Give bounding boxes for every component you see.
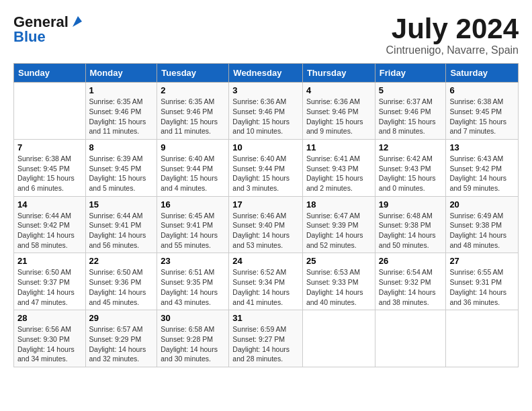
day-number: 28 [17, 313, 82, 323]
calendar-cell: 8Sunrise: 6:39 AM Sunset: 9:45 PM Daylig… [85, 139, 157, 196]
logo-arrow-icon [70, 15, 85, 30]
svg-marker-0 [73, 16, 82, 27]
calendar-cell: 2Sunrise: 6:35 AM Sunset: 9:46 PM Daylig… [157, 83, 229, 140]
day-number: 17 [232, 199, 299, 210]
calendar-cell: 13Sunrise: 6:43 AM Sunset: 9:42 PM Dayli… [446, 139, 519, 196]
day-info: Sunrise: 6:52 AM Sunset: 9:34 PM Dayligh… [232, 267, 299, 307]
calendar-cell: 21Sunrise: 6:50 AM Sunset: 9:37 PM Dayli… [14, 253, 86, 310]
calendar-week-row: 1Sunrise: 6:35 AM Sunset: 9:46 PM Daylig… [14, 83, 519, 140]
calendar-cell: 1Sunrise: 6:35 AM Sunset: 9:46 PM Daylig… [85, 83, 157, 140]
calendar-cell [375, 310, 446, 367]
calendar-week-row: 21Sunrise: 6:50 AM Sunset: 9:37 PM Dayli… [14, 253, 519, 310]
day-number: 3 [232, 85, 299, 95]
day-number: 9 [161, 142, 225, 152]
day-number: 21 [17, 256, 82, 266]
col-header-thursday: Thursday [302, 64, 375, 83]
day-number: 10 [232, 142, 299, 152]
day-info: Sunrise: 6:36 AM Sunset: 9:46 PM Dayligh… [232, 97, 299, 136]
calendar-cell: 31Sunrise: 6:59 AM Sunset: 9:27 PM Dayli… [229, 310, 303, 367]
day-info: Sunrise: 6:38 AM Sunset: 9:45 PM Dayligh… [449, 97, 515, 136]
calendar-cell: 17Sunrise: 6:46 AM Sunset: 9:40 PM Dayli… [229, 196, 303, 253]
calendar-cell: 22Sunrise: 6:50 AM Sunset: 9:36 PM Dayli… [85, 253, 157, 310]
calendar-cell: 19Sunrise: 6:48 AM Sunset: 9:38 PM Dayli… [375, 196, 446, 253]
day-number: 31 [232, 313, 299, 323]
day-info: Sunrise: 6:56 AM Sunset: 9:30 PM Dayligh… [17, 324, 82, 364]
day-info: Sunrise: 6:40 AM Sunset: 9:44 PM Dayligh… [161, 154, 225, 193]
day-number: 29 [89, 313, 154, 323]
day-info: Sunrise: 6:41 AM Sunset: 9:43 PM Dayligh… [306, 154, 371, 193]
day-number: 11 [306, 142, 371, 152]
day-info: Sunrise: 6:59 AM Sunset: 9:27 PM Dayligh… [232, 324, 299, 364]
col-header-monday: Monday [85, 64, 157, 83]
calendar-cell: 27Sunrise: 6:55 AM Sunset: 9:31 PM Dayli… [446, 253, 519, 310]
calendar-cell: 6Sunrise: 6:38 AM Sunset: 9:45 PM Daylig… [446, 83, 519, 140]
day-info: Sunrise: 6:45 AM Sunset: 9:41 PM Dayligh… [161, 211, 225, 250]
day-number: 2 [161, 85, 225, 95]
day-info: Sunrise: 6:54 AM Sunset: 9:32 PM Dayligh… [379, 267, 443, 307]
day-info: Sunrise: 6:37 AM Sunset: 9:46 PM Dayligh… [379, 97, 443, 136]
location: Cintruenigo, Navarre, Spain [386, 44, 519, 56]
calendar-cell [302, 310, 375, 367]
day-number: 25 [306, 256, 371, 266]
calendar-cell: 5Sunrise: 6:37 AM Sunset: 9:46 PM Daylig… [375, 83, 446, 140]
col-header-tuesday: Tuesday [157, 64, 229, 83]
day-number: 27 [449, 256, 515, 266]
calendar-cell: 9Sunrise: 6:40 AM Sunset: 9:44 PM Daylig… [157, 139, 229, 196]
calendar-cell: 30Sunrise: 6:58 AM Sunset: 9:28 PM Dayli… [157, 310, 229, 367]
calendar-cell: 7Sunrise: 6:38 AM Sunset: 9:45 PM Daylig… [14, 139, 86, 196]
calendar-cell: 18Sunrise: 6:47 AM Sunset: 9:39 PM Dayli… [302, 196, 375, 253]
day-number: 4 [306, 85, 371, 95]
day-info: Sunrise: 6:58 AM Sunset: 9:28 PM Dayligh… [161, 324, 225, 364]
calendar-cell: 23Sunrise: 6:51 AM Sunset: 9:35 PM Dayli… [157, 253, 229, 310]
col-header-sunday: Sunday [14, 64, 86, 83]
day-number: 6 [449, 85, 515, 95]
calendar-cell: 24Sunrise: 6:52 AM Sunset: 9:34 PM Dayli… [229, 253, 303, 310]
day-info: Sunrise: 6:57 AM Sunset: 9:29 PM Dayligh… [89, 324, 154, 364]
day-number: 8 [89, 142, 154, 152]
calendar-cell: 4Sunrise: 6:36 AM Sunset: 9:46 PM Daylig… [302, 83, 375, 140]
title-block: July 2024 Cintruenigo, Navarre, Spain [386, 13, 519, 56]
day-number: 30 [161, 313, 225, 323]
day-info: Sunrise: 6:48 AM Sunset: 9:38 PM Dayligh… [379, 211, 443, 250]
calendar-cell: 3Sunrise: 6:36 AM Sunset: 9:46 PM Daylig… [229, 83, 303, 140]
day-info: Sunrise: 6:49 AM Sunset: 9:38 PM Dayligh… [449, 211, 515, 250]
day-info: Sunrise: 6:36 AM Sunset: 9:46 PM Dayligh… [306, 97, 371, 136]
day-info: Sunrise: 6:43 AM Sunset: 9:42 PM Dayligh… [449, 154, 515, 193]
calendar-cell: 25Sunrise: 6:53 AM Sunset: 9:33 PM Dayli… [302, 253, 375, 310]
col-header-wednesday: Wednesday [229, 64, 303, 83]
day-number: 19 [379, 199, 443, 210]
page-header: General Blue July 2024 Cintruenigo, Nava… [13, 13, 519, 56]
calendar-cell: 29Sunrise: 6:57 AM Sunset: 9:29 PM Dayli… [85, 310, 157, 367]
day-number: 12 [379, 142, 443, 152]
calendar-cell: 10Sunrise: 6:40 AM Sunset: 9:44 PM Dayli… [229, 139, 303, 196]
day-number: 7 [17, 142, 82, 152]
day-number: 16 [161, 199, 225, 210]
day-info: Sunrise: 6:51 AM Sunset: 9:35 PM Dayligh… [161, 267, 225, 307]
calendar-cell: 28Sunrise: 6:56 AM Sunset: 9:30 PM Dayli… [14, 310, 86, 367]
day-info: Sunrise: 6:55 AM Sunset: 9:31 PM Dayligh… [449, 267, 515, 307]
logo-blue: Blue [13, 28, 46, 46]
col-header-saturday: Saturday [446, 64, 519, 83]
calendar-cell: 14Sunrise: 6:44 AM Sunset: 9:42 PM Dayli… [14, 196, 86, 253]
day-number: 26 [379, 256, 443, 266]
day-number: 14 [17, 199, 82, 210]
day-info: Sunrise: 6:40 AM Sunset: 9:44 PM Dayligh… [232, 154, 299, 193]
day-number: 23 [161, 256, 225, 266]
calendar-week-row: 14Sunrise: 6:44 AM Sunset: 9:42 PM Dayli… [14, 196, 519, 253]
day-number: 5 [379, 85, 443, 95]
calendar-week-row: 28Sunrise: 6:56 AM Sunset: 9:30 PM Dayli… [14, 310, 519, 367]
month-title: July 2024 [386, 13, 519, 44]
day-number: 22 [89, 256, 154, 266]
calendar-cell: 11Sunrise: 6:41 AM Sunset: 9:43 PM Dayli… [302, 139, 375, 196]
logo: General Blue [13, 13, 85, 46]
day-number: 15 [89, 199, 154, 210]
day-info: Sunrise: 6:42 AM Sunset: 9:43 PM Dayligh… [379, 154, 443, 193]
col-header-friday: Friday [375, 64, 446, 83]
day-info: Sunrise: 6:47 AM Sunset: 9:39 PM Dayligh… [306, 211, 371, 250]
day-info: Sunrise: 6:35 AM Sunset: 9:46 PM Dayligh… [89, 97, 154, 136]
calendar-cell: 16Sunrise: 6:45 AM Sunset: 9:41 PM Dayli… [157, 196, 229, 253]
day-number: 1 [89, 85, 154, 95]
calendar-cell [14, 83, 86, 140]
calendar-cell [446, 310, 519, 367]
day-number: 18 [306, 199, 371, 210]
